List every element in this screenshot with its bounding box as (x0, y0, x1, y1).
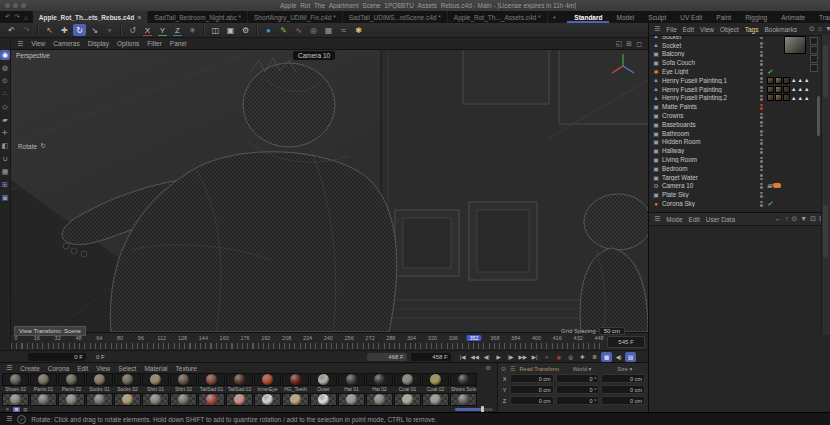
mode-texture-icon[interactable]: ◍ (0, 63, 10, 73)
coord-value-field[interactable]: 0 cm (601, 385, 645, 394)
attr-toolbar-icon-3[interactable]: ▼ (800, 215, 807, 223)
material-item[interactable]: Coat 02 (422, 373, 449, 392)
object-row[interactable]: ▣Bathroom (649, 129, 830, 138)
layout-tab-uv-edit[interactable]: UV Edit (673, 11, 709, 23)
material-thumbnail[interactable] (58, 373, 85, 386)
om-menu-file[interactable]: File (666, 26, 676, 33)
object-row[interactable]: ▣Hidden Room (649, 138, 830, 147)
visibility-dots[interactable] (758, 69, 765, 75)
material-item[interactable]: InnerEye (254, 373, 281, 392)
object-row[interactable]: ▣Matte Paints (649, 102, 830, 111)
frame-tick-448[interactable]: 448 (594, 335, 603, 341)
layout-tab-model[interactable]: Model (609, 11, 641, 23)
material-menu-texture[interactable]: Texture (176, 365, 197, 372)
material-item[interactable]: Pants 02 (58, 373, 85, 392)
object-name[interactable]: Socket (662, 42, 756, 49)
protection-tag-icon[interactable]: ⊞ (767, 182, 772, 189)
material-item[interactable]: Hat 01 (338, 373, 365, 392)
texture-tag-icon[interactable] (767, 86, 774, 93)
material-item[interactable]: Pants 01 (30, 373, 57, 392)
om-menu-bookmarks[interactable]: Bookmarks (764, 26, 797, 33)
object-name[interactable]: Plate Sky (662, 191, 756, 198)
object-row[interactable]: ▣Baseboards (649, 120, 830, 129)
enable-axis-icon[interactable]: ✛ (0, 128, 10, 138)
object-manager-menu-icon[interactable]: ☰ (654, 25, 660, 33)
object-row[interactable]: ▣Sofa Couch (649, 58, 830, 67)
coord-header-2[interactable]: Size ▾ (604, 366, 645, 372)
last-tool-icon[interactable]: ▾ (103, 24, 116, 36)
mode-model-icon[interactable]: ◉ (0, 50, 10, 60)
coord-value-field[interactable]: 0 ° (556, 374, 600, 383)
spline-pen-icon[interactable]: ✎ (277, 24, 290, 36)
material-item[interactable]: Socks 02 (114, 373, 141, 392)
timeline-mode-button[interactable]: ▤ (625, 352, 636, 362)
visibility-dots[interactable] (758, 104, 765, 110)
visibility-dots[interactable] (758, 148, 765, 154)
material-menu-icon[interactable]: ☰ (6, 364, 12, 372)
viewport-corner-icon-2[interactable]: ◻ (636, 40, 642, 48)
uvw-tag-icon[interactable]: ▲ (797, 77, 802, 83)
deformer-icon[interactable]: ≈ (337, 24, 350, 36)
material-thumbnail[interactable] (254, 373, 281, 386)
object-name[interactable]: Socket (662, 36, 756, 40)
object-row[interactable]: ▲Henry Fuseli Painting.2▲▲▲ (649, 94, 830, 103)
visibility-dots[interactable] (758, 60, 765, 66)
goto-start-button[interactable]: |◀ (457, 352, 468, 362)
prev-frame-button[interactable]: ◀| (481, 352, 492, 362)
material-menu-select[interactable]: Select (118, 365, 136, 372)
next-key-button[interactable]: ▶▶ (517, 352, 528, 362)
workplane-icon[interactable]: ✳ (186, 24, 199, 36)
view-label[interactable]: Perspective (16, 52, 50, 59)
playback-mode-button[interactable]: ▦ (601, 352, 612, 362)
snap-icon[interactable]: ∪ (0, 154, 10, 164)
coord-value-field[interactable]: 0 cm (601, 374, 645, 383)
back-icon[interactable]: ↶ (5, 13, 10, 21)
material-thumbnail[interactable] (422, 373, 449, 386)
material-thumbnail-row2[interactable] (58, 393, 85, 406)
plane-icon[interactable]: ▦ (322, 24, 335, 36)
material-thumbnail[interactable] (366, 373, 393, 386)
material-menu-create[interactable]: Create (20, 365, 40, 372)
visibility-dots[interactable] (758, 165, 765, 171)
visibility-dots[interactable] (758, 201, 765, 207)
material-thumbnail[interactable] (170, 373, 197, 386)
render-region-icon[interactable]: ▣ (224, 24, 237, 36)
spline-icon[interactable]: ∿ (292, 24, 305, 36)
visibility-dots[interactable] (758, 51, 765, 57)
coord-value-field[interactable]: 0 ° (556, 385, 600, 394)
uvw-tag-icon[interactable]: ▲ (804, 86, 809, 92)
frame-tick-336[interactable]: 336 (449, 335, 458, 341)
material-thumbnail[interactable] (2, 373, 29, 386)
visibility-dots[interactable] (758, 192, 765, 198)
minimize-window-button[interactable] (13, 3, 18, 8)
attr-toolbar-icon-1[interactable]: ↑ (785, 215, 789, 223)
object-name[interactable]: Henry Fuseli Painting.1 (662, 77, 756, 84)
key-position-button[interactable]: ✚ (577, 352, 588, 362)
document-tab[interactable]: Apple_Rot_Th..._Assets.c4d * (448, 11, 548, 23)
start-frame-field[interactable]: 0 F (28, 353, 86, 361)
object-tags[interactable]: ▲▲▲ (767, 86, 827, 93)
frame-tick-368[interactable]: 368 (490, 335, 499, 341)
play-button[interactable]: ▶ (493, 352, 504, 362)
prev-key-button[interactable]: ◀◀ (469, 352, 480, 362)
visibility-dots[interactable] (758, 86, 765, 92)
material-item[interactable]: Outer (310, 373, 337, 392)
object-name[interactable]: Camera 10 (662, 182, 756, 189)
quantize-icon[interactable]: ⊞ (0, 180, 10, 190)
om-toolbar-icon-1[interactable]: ⌂ (818, 25, 822, 33)
z-axis-lock-icon[interactable]: Z (171, 24, 184, 36)
object-tags[interactable]: ✓ (767, 68, 827, 76)
visibility-dots[interactable] (758, 121, 765, 127)
next-frame-button[interactable]: |▶ (505, 352, 516, 362)
object-name[interactable]: Sofa Couch (662, 59, 756, 66)
frame-tick-192[interactable]: 192 (261, 335, 270, 341)
object-row[interactable]: ▣Living Room (649, 155, 830, 164)
layout-tab-rigging[interactable]: Rigging (738, 11, 774, 23)
material-thumbnail[interactable] (310, 373, 337, 386)
material-item[interactable]: Coat 01 (394, 373, 421, 392)
frame-tick-384[interactable]: 384 (511, 335, 520, 341)
visibility-dots[interactable] (758, 174, 765, 180)
forward-icon[interactable]: ↷ (14, 13, 19, 21)
y-axis-lock-icon[interactable]: Y (156, 24, 169, 36)
sound-button[interactable]: ◀) (613, 352, 624, 362)
